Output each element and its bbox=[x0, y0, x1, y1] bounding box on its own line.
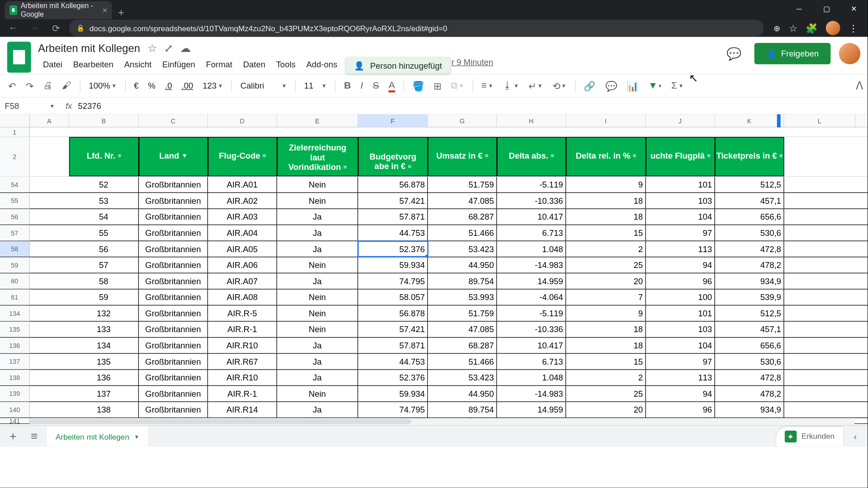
cell[interactable]: AIR.R-5 bbox=[208, 305, 277, 321]
filter-icon[interactable] bbox=[485, 152, 489, 159]
forward-icon[interactable]: → bbox=[26, 23, 43, 33]
cell[interactable]: Nein bbox=[277, 386, 358, 401]
cell[interactable]: 2 bbox=[566, 241, 646, 257]
cell[interactable]: Nein bbox=[277, 193, 358, 208]
cell[interactable]: 44.950 bbox=[428, 257, 497, 272]
chart-icon[interactable]: 📊 bbox=[623, 78, 642, 94]
filter-icon[interactable] bbox=[118, 152, 122, 159]
cell[interactable]: AIR.A05 bbox=[208, 241, 277, 257]
cell[interactable]: 530,6 bbox=[715, 354, 784, 369]
menu-tools[interactable]: Tools bbox=[271, 57, 300, 74]
cell[interactable]: 457,1 bbox=[715, 322, 784, 337]
cell[interactable]: 934,9 bbox=[715, 402, 784, 418]
bookmark-icon[interactable]: ☆ bbox=[789, 22, 797, 33]
row-header[interactable]: 141 bbox=[0, 418, 30, 423]
cell[interactable]: 18 bbox=[566, 338, 646, 353]
cell[interactable]: AIR.A03 bbox=[208, 209, 277, 225]
cell[interactable]: 478,2 bbox=[715, 386, 784, 401]
zoom-dropdown[interactable]: 100%▼ bbox=[85, 79, 120, 93]
cell[interactable]: 56.878 bbox=[358, 177, 428, 192]
cell[interactable]: AIR.R67 bbox=[208, 354, 277, 369]
spreadsheet-grid[interactable]: ABCDEFGHIJKL 1 2 Lfd. Nr. Land Flug-Code… bbox=[0, 114, 868, 446]
table-row[interactable]: 136134GroßbritannienAIR.R10Ja57.87168.28… bbox=[0, 338, 868, 354]
paint-format-icon[interactable]: 🖌 bbox=[58, 78, 75, 94]
cell[interactable] bbox=[30, 241, 69, 257]
cell[interactable]: 89.754 bbox=[428, 273, 497, 289]
row-header[interactable]: 134 bbox=[0, 305, 30, 321]
cell[interactable]: 530,6 bbox=[715, 225, 784, 240]
cell[interactable] bbox=[30, 354, 69, 369]
formula-value[interactable]: 52376 bbox=[78, 101, 101, 110]
cell[interactable]: 57 bbox=[69, 257, 139, 272]
cell[interactable]: Ja bbox=[277, 225, 358, 240]
sheets-logo-icon[interactable] bbox=[7, 42, 31, 73]
cell[interactable]: 68.287 bbox=[428, 338, 497, 353]
cell[interactable]: 68.287 bbox=[428, 209, 497, 225]
comment-icon[interactable]: 💬 bbox=[602, 78, 621, 94]
cell[interactable]: 472,8 bbox=[715, 370, 784, 385]
cell[interactable]: 96 bbox=[646, 273, 715, 289]
cell[interactable]: 74.795 bbox=[358, 273, 428, 289]
cell[interactable]: 53.423 bbox=[428, 370, 497, 385]
cell[interactable] bbox=[30, 257, 69, 272]
table-row[interactable]: 6159GroßbritannienAIR.A08Nein58.05753.99… bbox=[0, 290, 868, 306]
cell[interactable]: AIR.A07 bbox=[208, 273, 277, 289]
column-header-G[interactable]: G bbox=[428, 114, 497, 127]
cell[interactable]: 478,2 bbox=[715, 257, 784, 272]
zoom-icon[interactable]: ⊕ bbox=[774, 23, 781, 33]
cell[interactable]: 58.057 bbox=[358, 290, 428, 305]
column-header-D[interactable]: D bbox=[208, 114, 277, 127]
column-header-I[interactable]: I bbox=[566, 114, 646, 127]
cell[interactable]: Großbritannien bbox=[139, 273, 208, 289]
table-row[interactable]: 5452GroßbritannienAIR.A01Nein56.87851.75… bbox=[0, 177, 868, 193]
cell[interactable]: 59.934 bbox=[358, 386, 428, 401]
cell[interactable] bbox=[30, 305, 69, 321]
cell[interactable]: 14.959 bbox=[497, 402, 566, 418]
row-header[interactable]: 2 bbox=[0, 137, 30, 176]
menu-daten[interactable]: Daten bbox=[238, 57, 270, 74]
filter-icon[interactable] bbox=[707, 152, 711, 159]
star-icon[interactable]: ☆ bbox=[147, 42, 157, 55]
cell[interactable]: 51.759 bbox=[428, 305, 497, 321]
functions-icon[interactable]: Σ▼ bbox=[668, 78, 687, 94]
cell[interactable]: 457,1 bbox=[715, 193, 784, 208]
cell[interactable]: 59 bbox=[69, 290, 139, 305]
cell[interactable]: 51.759 bbox=[428, 177, 497, 192]
cell[interactable]: 135 bbox=[69, 354, 139, 369]
cell[interactable]: 18 bbox=[566, 193, 646, 208]
cell[interactable]: 1.048 bbox=[497, 370, 566, 385]
menu-datei[interactable]: Datei bbox=[38, 57, 67, 74]
menu-addons[interactable]: Add-ons bbox=[302, 57, 342, 74]
table-row[interactable]: 6058GroßbritannienAIR.A07Ja74.79589.7541… bbox=[0, 273, 868, 290]
cell[interactable] bbox=[30, 193, 69, 208]
filter-icon[interactable] bbox=[779, 152, 783, 159]
cell[interactable]: Nein bbox=[277, 322, 358, 337]
cell[interactable]: Ja bbox=[277, 370, 358, 385]
font-dropdown[interactable]: Calibri▼ bbox=[237, 79, 291, 93]
cell[interactable]: 20 bbox=[566, 402, 646, 418]
cell[interactable]: 44.753 bbox=[358, 354, 428, 369]
cell[interactable]: 14.959 bbox=[497, 273, 566, 289]
table-row[interactable]: 5553GroßbritannienAIR.A02Nein57.42147.08… bbox=[0, 193, 868, 209]
filter-icon[interactable]: ▼▾ bbox=[645, 78, 665, 94]
cell[interactable]: -14.983 bbox=[497, 257, 566, 272]
table-row[interactable]: 5957GroßbritannienAIR.A06Nein59.93444.95… bbox=[0, 257, 868, 273]
decrease-decimal-button[interactable]: .0 bbox=[161, 79, 175, 93]
cell[interactable]: 51.466 bbox=[428, 225, 497, 240]
cell[interactable]: 74.795 bbox=[358, 402, 428, 418]
cell[interactable]: 113 bbox=[646, 370, 715, 385]
filter-icon[interactable] bbox=[633, 152, 637, 159]
cell[interactable]: AIR.R-1 bbox=[208, 386, 277, 401]
number-format-dropdown[interactable]: 123▼ bbox=[199, 79, 226, 93]
cell[interactable]: 55 bbox=[69, 225, 139, 240]
cell[interactable]: -4.064 bbox=[497, 290, 566, 305]
cell[interactable]: 25 bbox=[566, 386, 646, 401]
cell[interactable]: -5.119 bbox=[497, 305, 566, 321]
cell[interactable]: 7 bbox=[566, 290, 646, 305]
cell[interactable]: Ja bbox=[277, 402, 358, 418]
cell[interactable]: 9 bbox=[566, 177, 646, 192]
cell[interactable]: 53 bbox=[69, 193, 139, 208]
row-header[interactable]: 140 bbox=[0, 402, 30, 418]
collapse-toolbar-icon[interactable]: ᐱ bbox=[856, 79, 863, 92]
cell[interactable]: 15 bbox=[566, 225, 646, 240]
